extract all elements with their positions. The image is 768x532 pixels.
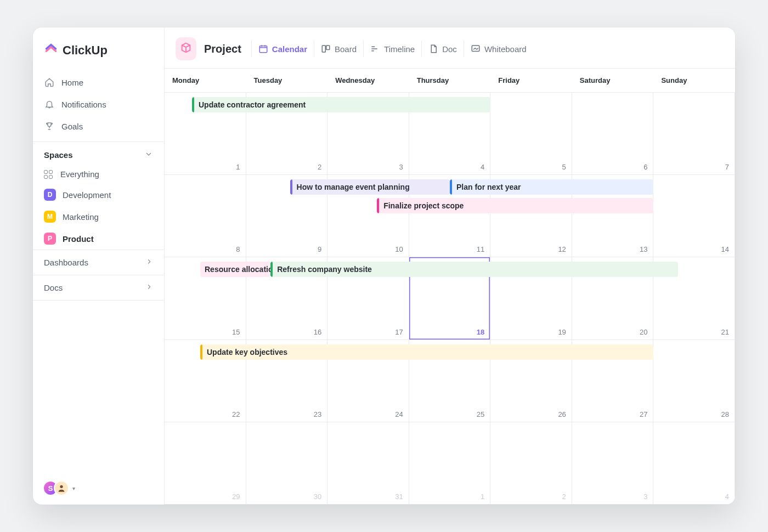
calendar-week-row: 15161718192021Resource allocationRefresh…: [165, 257, 735, 339]
view-tab-whiteboard[interactable]: Whiteboard: [464, 41, 533, 57]
space-item-development[interactable]: DDevelopment: [33, 184, 164, 206]
view-tab-label: Timeline: [384, 44, 415, 54]
nav-goals[interactable]: Goals: [33, 115, 164, 137]
event-color-bar: [270, 262, 273, 277]
date-number: 18: [477, 328, 484, 336]
calendar-day-cell[interactable]: 28: [653, 340, 735, 422]
date-number: 24: [395, 410, 403, 418]
calendar-week-row: 22232425262728Update key objectives: [165, 340, 735, 422]
date-number: 7: [725, 163, 729, 171]
date-number: 27: [640, 410, 647, 418]
space-label: Development: [63, 190, 111, 200]
calendar-week-row: 891011121314How to manage event planning…: [165, 175, 735, 257]
date-number: 22: [232, 410, 240, 418]
event-title: Update contractor agreement: [199, 100, 306, 109]
date-number: 21: [721, 328, 729, 336]
date-number: 29: [232, 493, 240, 501]
calendar-day-cell[interactable]: 5: [490, 93, 572, 174]
event-color-bar: [290, 179, 292, 195]
date-number: 31: [395, 493, 403, 501]
weekday-header: Friday: [490, 69, 572, 92]
doc-icon: [428, 44, 438, 54]
calendar-day-cell[interactable]: 8: [165, 175, 246, 257]
event-color-bar: [192, 97, 194, 112]
date-number: 15: [232, 328, 240, 336]
date-number: 28: [721, 410, 729, 418]
space-item-marketing[interactable]: MMarketing: [33, 206, 164, 228]
calendar-day-cell[interactable]: 29: [165, 422, 246, 504]
calendar-day-cell[interactable]: 4: [653, 422, 735, 504]
chevron-right-icon: [145, 258, 153, 267]
sidebar-user-cluster[interactable]: S ▾: [33, 472, 164, 505]
date-number: 14: [721, 245, 729, 253]
calendar-day-cell[interactable]: 1: [409, 422, 491, 504]
events-layer: Update key objectives: [165, 344, 735, 360]
view-tab-label: Doc: [442, 44, 457, 54]
brand-logo[interactable]: ClickUp: [33, 37, 164, 71]
calendar-day-cell[interactable]: 7: [653, 93, 735, 174]
date-number: 1: [481, 493, 484, 501]
project-icon-pill[interactable]: [176, 37, 196, 60]
spaces-section-header[interactable]: Spaces: [33, 142, 164, 165]
calendar-view: MondayTuesdayWednesdayThursdayFridaySatu…: [165, 69, 735, 505]
svg-rect-1: [259, 46, 267, 53]
sidebar: ClickUp Home Notifications Goals Spaces: [33, 27, 165, 505]
home-icon: [44, 77, 55, 88]
timeline-icon: [370, 44, 380, 54]
calendar-day-cell[interactable]: 14: [653, 175, 735, 257]
calendar-event[interactable]: How to manage event planning: [290, 179, 450, 195]
avatar-teammate: [54, 480, 69, 496]
view-tab-board[interactable]: Board: [314, 41, 363, 57]
event-title: How to manage event planning: [297, 183, 410, 191]
space-everything[interactable]: Everything: [33, 165, 164, 184]
date-number: 30: [314, 493, 321, 501]
space-label: Everything: [60, 169, 99, 179]
space-item-product[interactable]: PProduct: [33, 228, 164, 250]
date-number: 3: [643, 493, 647, 501]
event-title: Update key objectives: [207, 348, 287, 356]
date-number: 16: [314, 328, 321, 336]
trophy-icon: [44, 121, 55, 132]
calendar-day-cell[interactable]: 3: [572, 422, 654, 504]
project-title: Project: [204, 43, 241, 55]
event-title: Finalize project scope: [383, 201, 464, 210]
weekday-header: Sunday: [653, 69, 735, 92]
date-number: 13: [640, 245, 647, 253]
calendar-event[interactable]: Refresh company website: [270, 262, 678, 277]
calendar-event[interactable]: Update key objectives: [200, 344, 653, 360]
nav-home[interactable]: Home: [33, 71, 164, 93]
date-number: 6: [643, 163, 647, 171]
calendar-day-cell[interactable]: 6: [572, 93, 654, 174]
calendar-event[interactable]: Update contractor agreement: [192, 97, 490, 112]
event-title: Refresh company website: [277, 265, 372, 274]
calendar-day-cell[interactable]: 2: [490, 422, 572, 504]
view-tab-timeline[interactable]: Timeline: [363, 41, 421, 57]
clickup-logo-icon: [44, 42, 58, 59]
chevron-right-icon: [145, 283, 153, 292]
date-number: 2: [318, 163, 321, 171]
bell-icon: [44, 99, 55, 110]
event-color-bar: [450, 179, 452, 195]
calendar-day-cell[interactable]: 30: [246, 422, 328, 504]
weekday-header-row: MondayTuesdayWednesdayThursdayFridaySatu…: [165, 69, 735, 93]
dashboards-section[interactable]: Dashboards: [33, 250, 164, 275]
weekday-header: Monday: [165, 69, 246, 92]
calendar-day-cell[interactable]: 31: [327, 422, 409, 504]
chevron-down-icon: [144, 150, 153, 160]
calendar-event[interactable]: Resource allocation: [200, 262, 270, 277]
box-icon: [180, 42, 192, 56]
docs-section[interactable]: Docs: [33, 275, 164, 301]
weekday-header: Tuesday: [246, 69, 328, 92]
event-title: Resource allocation: [205, 265, 270, 274]
date-number: 23: [314, 410, 321, 418]
calendar-event[interactable]: Plan for next year: [450, 179, 653, 195]
view-tab-calendar[interactable]: Calendar: [251, 41, 314, 57]
nav-notifications[interactable]: Notifications: [33, 93, 164, 115]
svg-rect-2: [322, 46, 325, 52]
view-tab-doc[interactable]: Doc: [421, 41, 464, 57]
calendar-event[interactable]: Finalize project scope: [377, 198, 653, 213]
brand-name: ClickUp: [63, 43, 108, 58]
docs-label: Docs: [44, 283, 63, 292]
nav-label: Notifications: [61, 100, 106, 109]
date-number: 8: [236, 245, 240, 253]
